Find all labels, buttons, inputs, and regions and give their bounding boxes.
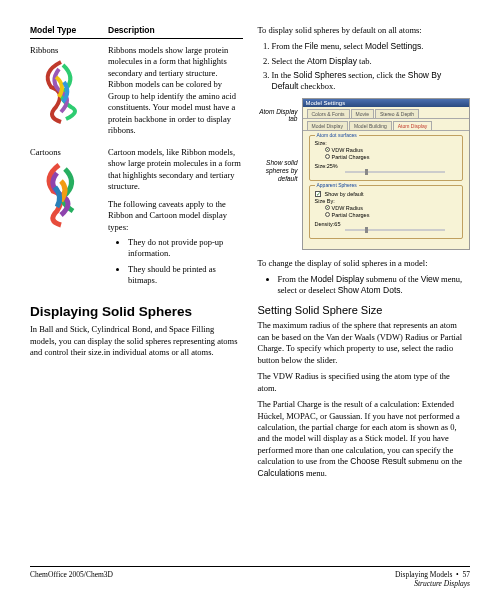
radio-label: VDW Radius (332, 147, 363, 153)
sizeby-label: Size By: (315, 198, 458, 204)
model-settings-dialog: Model Settings Colors & Fonts Movie Ster… (302, 98, 471, 250)
group-label: Apparent Spheres (315, 182, 359, 188)
callout-atom-display: Atom Display tab (258, 108, 298, 124)
dialog-tab[interactable]: Stereo & Depth (375, 109, 419, 118)
size-label: Size: (315, 140, 458, 146)
density-label: Density:65 (315, 221, 458, 227)
size-slider[interactable] (345, 171, 445, 173)
header-rule (30, 38, 243, 39)
radio-label: Partial Charges (332, 154, 370, 160)
footer-section: Displaying Models (395, 570, 452, 579)
step-item: Select the Atom Display tab. (272, 56, 471, 67)
dialog-title: Model Settings (303, 99, 470, 107)
step-item: From the File menu, select Model Setting… (272, 41, 471, 52)
checkbox-label: Show by default (325, 191, 364, 197)
radio-partial[interactable] (325, 154, 330, 159)
radio-label: VDW Radius (332, 205, 363, 211)
body-paragraph: The maximum radius of the sphere that re… (258, 320, 471, 366)
dialog-tab[interactable]: Movie (351, 109, 374, 118)
entry-label-ribbons: Ribbons (30, 45, 100, 55)
dialog-tab-active[interactable]: Atom Display (393, 121, 432, 130)
caveat-intro: The following caveats apply to the Ribbo… (108, 199, 243, 233)
body-paragraph: The VDW Radius is specified using the at… (258, 371, 471, 394)
entry-label-cartoons: Cartoons (30, 147, 100, 157)
radio-partial2[interactable] (325, 212, 330, 217)
dialog-tab[interactable]: Model Building (349, 121, 392, 130)
page-footer: ChemOffice 2005/Chem3D Displaying Models… (30, 566, 470, 588)
density-slider[interactable] (345, 229, 445, 231)
group-label: Atom dot surfaces (315, 132, 359, 138)
radio-vdw[interactable] (325, 147, 330, 152)
radio-vdw2[interactable] (325, 205, 330, 210)
footer-left: ChemOffice 2005/Chem3D (30, 570, 113, 588)
footer-subsection: Structure Displays (395, 579, 470, 588)
subheading-sphere-size: Setting Solid Sphere Size (258, 304, 471, 316)
table-header-desc: Description (108, 25, 243, 35)
caveat-item: They do not provide pop-up information. (128, 237, 243, 259)
show-default-checkbox[interactable] (315, 191, 321, 197)
entry-text-ribbons: Ribbons models show large protein molecu… (108, 45, 243, 137)
size-pct: Size:25% (315, 163, 458, 169)
step-item: In the Solid Spheres section, click the … (272, 70, 471, 92)
steps-intro: To display solid spheres by default on a… (258, 25, 471, 36)
change-bullet: From the Model Display submenu of the Vi… (278, 274, 471, 296)
cartoon-model-icon (30, 159, 92, 229)
entry-text-cartoons: Cartoon models, like Ribbon models, show… (108, 147, 243, 193)
change-intro: To change the display of solid spheres i… (258, 258, 471, 269)
table-header-type: Model Type (30, 25, 100, 35)
section-body: In Ball and Stick, Cylindrical Bond, and… (30, 324, 243, 358)
dialog-tab[interactable]: Model Display (307, 121, 348, 130)
footer-page: 57 (463, 570, 471, 579)
section-heading-displaying: Displaying Solid Spheres (30, 304, 243, 319)
radio-label: Partial Charges (332, 212, 370, 218)
body-paragraph: The Partial Charge is the result of a ca… (258, 399, 471, 479)
caveat-item: They should be printed as bitmaps. (128, 264, 243, 286)
ribbon-model-icon (30, 57, 92, 127)
dialog-tab[interactable]: Colors & Fonts (307, 109, 350, 118)
callout-show-solid: Show solid spheres by default (258, 159, 298, 182)
